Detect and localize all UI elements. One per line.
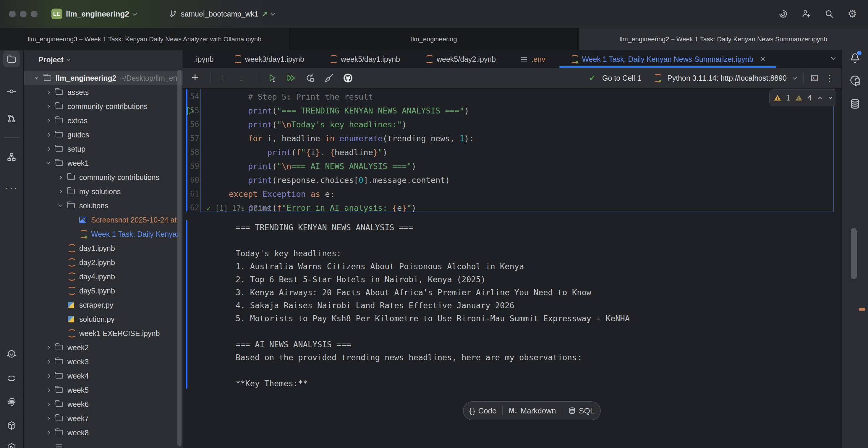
tree-item-solutions[interactable]: solutions [24,199,183,213]
project-panel-header[interactable]: Project [24,50,183,69]
code-line[interactable]: print("=== TRENDING KENYAN NEWS ANALYSIS… [229,104,474,118]
tree-item-setup[interactable]: setup [24,142,183,156]
jupyter-console-icon[interactable] [810,73,819,83]
tree-chevron-icon[interactable] [42,389,54,391]
notebook-editor[interactable]: 545556575859606162 # Step 5: Print the r… [183,89,841,448]
tree-item-week2[interactable]: week2 [24,341,183,355]
tree-item-day1-ipynb[interactable]: day1.ipynb [24,241,183,255]
tree-item-community-contributions[interactable]: community-contributions [24,99,183,114]
tree-chevron-icon[interactable] [42,105,54,108]
tree-item-week-1-task-daily-kenyan[interactable]: Week 1 Task: Daily Kenyan [24,227,183,241]
notifications-bell-icon[interactable] [849,52,861,64]
run-anything-icon[interactable] [3,439,20,448]
tree-chevron-icon[interactable] [54,204,66,207]
python-console-icon[interactable] [3,394,20,410]
jupyter-icon[interactable] [3,370,20,387]
structure-icon[interactable] [3,149,20,165]
code-line[interactable]: for i, headline in enumerate(trending_ne… [229,131,474,146]
run-all-cells-icon[interactable] [286,73,296,83]
window-controls[interactable] [9,11,37,18]
move-cell-down-icon[interactable]: ↓ [239,73,249,83]
go-to-cell-button[interactable]: Go to Cell 1 [602,74,641,83]
more-icon[interactable]: ··· [3,179,20,196]
editor-scrollbar-thumb[interactable] [851,228,857,279]
ai-assistant-chat-icon[interactable] [849,75,861,87]
tree-chevron-icon[interactable] [42,119,54,122]
pull-requests-icon[interactable] [3,110,20,127]
tree-item-guides[interactable]: guides [24,128,183,142]
invite-user-icon[interactable] [801,9,811,19]
interpreter-selector[interactable]: Python 3.11.14: http://localhost:8890 [667,74,787,83]
tree-chevron-icon[interactable] [42,403,54,406]
run-cell-icon[interactable] [267,73,277,83]
close-window-button[interactable] [9,11,16,18]
tree-chevron-icon[interactable] [54,190,66,193]
add-code-cell-button[interactable]: { } Code [468,406,498,415]
tree-chevron-icon[interactable] [42,91,54,94]
code-cell-content[interactable]: # Step 5: Print the result print("=== TR… [229,90,474,215]
previous-problem-icon[interactable] [818,97,822,100]
tree-item-week4[interactable]: week4 [24,369,183,383]
tree-chevron-icon[interactable] [42,148,54,151]
tree-item-week1[interactable]: week1 [24,156,183,170]
github-icon[interactable] [343,73,353,83]
tree-item-solution-py[interactable]: solution.py [24,312,183,326]
tree-chevron-icon[interactable] [54,176,66,179]
tree-item-day2-ipynb[interactable]: day2.ipynb [24,255,183,269]
minimize-window-button[interactable] [20,11,27,18]
tree-item-day5-ipynb[interactable]: day5.ipynb [24,284,183,298]
clear-outputs-icon[interactable] [324,73,334,83]
tree-item-week8[interactable]: week8 [24,425,183,440]
editor-tab[interactable]: week5/day2.ipynb [412,50,508,68]
tree-chevron-icon[interactable] [42,162,54,165]
tree-chevron-icon[interactable] [42,417,54,420]
tree-item-day4-ipynb[interactable]: day4.ipynb [24,269,183,284]
tree-item-assets[interactable]: assets [24,85,183,99]
code-line[interactable]: # Step 5: Print the result [229,90,474,104]
editor-tab[interactable]: week3/day1.ipynb [221,50,317,68]
ai-assistant-icon[interactable] [778,9,788,19]
project-widget[interactable]: LE llm_engineering2 [52,8,136,19]
move-cell-up-icon[interactable]: ↑ [220,73,230,83]
code-line[interactable]: print("\n=== AI NEWS ANALYSIS ===") [229,159,474,173]
add-sql-cell-button[interactable]: SQL [566,406,596,415]
tree-item-week6[interactable]: week6 [24,397,183,411]
python-packages-icon[interactable] [3,417,20,434]
project-tree-scrollbar[interactable] [177,70,182,446]
restart-kernel-icon[interactable] [305,73,315,83]
tree-item-my-solutions[interactable]: my-solutions [24,184,183,199]
tree-chevron-icon[interactable] [42,134,54,136]
tree-item-extras[interactable]: extras [24,114,183,128]
next-problem-icon[interactable] [828,95,832,99]
editor-tab[interactable]: Week 1 Task: Daily Kenyan News Summarize… [558,50,778,68]
code-line[interactable]: print("\nToday's key headlines:") [229,118,474,131]
project-folder-icon[interactable] [3,51,20,67]
tree-item-week7[interactable]: week7 [24,411,183,425]
tree-chevron-icon[interactable] [31,77,42,79]
code-line[interactable]: print(f"{i}. {headline}") [229,146,474,159]
code-line[interactable]: except Exception as e: [229,187,474,201]
inspections-widget[interactable]: 1 4 [769,89,836,106]
tree-item-scraper-py[interactable]: scraper.py [24,298,183,312]
tree-chevron-icon[interactable] [42,360,54,363]
tree-chevron-icon[interactable] [42,431,54,434]
zoom-window-button[interactable] [31,11,37,18]
branch-widget[interactable]: samuel_bootcamp_wk1 ↗ [169,9,274,18]
window-tab[interactable]: llm_engineering2 – Week 1 Task: Daily Ke… [579,28,868,50]
window-tab[interactable]: llm_engineering3 – Week 1 Task: Kenyan D… [0,28,289,50]
editor-tab[interactable]: .ipynb [183,50,221,68]
code-line[interactable]: print(response.choices[0].message.conten… [229,173,474,187]
tree-item-week1-exercise-ipynb[interactable]: week1 EXERCISE.ipynb [24,326,183,341]
commit-icon[interactable] [3,83,20,100]
add-markdown-cell-button[interactable]: M↓ Markdown [507,406,558,415]
more-options-icon[interactable]: ⋮ [826,73,834,83]
editor-tab[interactable]: .env [508,50,558,68]
tree-item-llm-engineering2[interactable]: llm_engineering2~/Desktop/llm_en [24,71,183,85]
huggingface-icon[interactable] [3,346,20,362]
tree-chevron-icon[interactable] [42,346,54,349]
tree-item-week3[interactable]: week3 [24,355,183,369]
search-everywhere-icon[interactable] [824,9,834,19]
tree-item-week5[interactable]: week5 [24,383,183,397]
tree-chevron-icon[interactable] [42,375,54,377]
settings-icon[interactable]: ⚙ [847,9,857,19]
